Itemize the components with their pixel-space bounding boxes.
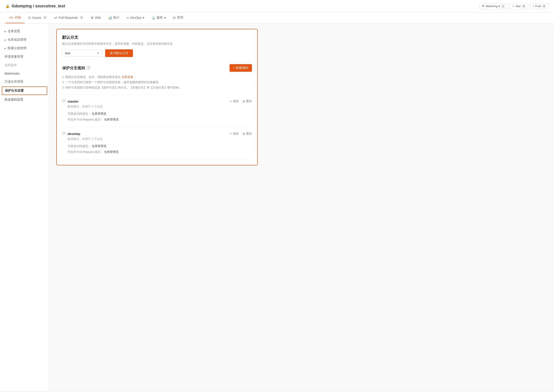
rules-note-2: 2. 一个分支同时只能有一个保护分支规则生效，越早创建的规则优先级越高。 xyxy=(62,80,252,85)
services-icon: ⚓ xyxy=(151,16,155,20)
layout: ▶ 仓库设置 ▶ 仓库成员管理 ▶ 部署公钥管理 环境变量管理 仓库挂件 Web… xyxy=(0,23,554,391)
tab-devops-label: DevOps xyxy=(130,16,142,20)
tab-pr-label: Pull Requests xyxy=(58,16,78,20)
tab-pull-requests[interactable]: ⇄ Pull Requests 0 xyxy=(51,13,87,23)
rule-master-delete-label: 删除 xyxy=(246,99,252,103)
lock-icon: 🔒 xyxy=(5,4,10,8)
chevron-right-icon: ▶ xyxy=(5,39,6,41)
rules-note-1: 1. 限制分支的推送、合并。强制推送相关请去 仓库设置 。 xyxy=(62,74,252,80)
rule-master-name: master xyxy=(68,99,79,103)
sidebar-item-repo-settings[interactable]: ▶ 仓库设置 xyxy=(0,27,49,35)
default-branch-section: 默认分支 默认分支被视作为代码库中的基本分支，是所有克隆、代码提交、合并请求的目… xyxy=(62,35,252,57)
rule-develop-name-row: 🛡 develop xyxy=(62,132,80,136)
sidebar-item-repo-members[interactable]: ▶ 仓库成员管理 xyxy=(0,35,49,44)
sidebar-item-branch-protection[interactable]: 保护分支设置 xyxy=(2,86,47,95)
rule-master-edit-button[interactable]: ✏ 编辑 xyxy=(230,99,239,103)
sidebar-item-readonly-files[interactable]: 只读文件管理 xyxy=(0,77,49,86)
chevron-down-icon: ▾ xyxy=(498,5,500,8)
nav-tabs: </> 代码 ⊡ Issues 0 ⇄ Pull Requests 0 ⊞ Wi… xyxy=(0,13,554,23)
sidebar-item-webhooks[interactable]: WebHooks xyxy=(0,70,49,77)
pr-badge: 0 xyxy=(79,16,84,20)
set-default-branch-button[interactable]: 设为默认分支 xyxy=(105,49,133,57)
header-left: 🔒 Gdumping / sourcetree_test xyxy=(5,4,65,8)
tab-issues[interactable]: ⊡ Issues 0 xyxy=(25,13,51,23)
watching-button[interactable]: 👁 Watching ▾ 1 xyxy=(479,3,507,9)
rule-master-mode: 标准模式，作用于 1 个分支 xyxy=(68,105,252,109)
trash-icon: 🗑 xyxy=(242,100,245,103)
chevron-down-icon: ▾ xyxy=(143,16,144,20)
tab-manage-label: 管理 xyxy=(177,16,183,20)
star-button[interactable]: ☆ Star 0 xyxy=(510,3,528,9)
tab-services-label: 服务 xyxy=(157,16,163,20)
fork-icon: ⑂ xyxy=(532,5,534,8)
tab-stats[interactable]: 📊 统计 xyxy=(104,13,123,23)
rule-master-delete-button[interactable]: 🗑 删除 xyxy=(242,99,252,103)
rule-develop-push-value: 仓库管理员 xyxy=(92,144,106,148)
tab-wiki[interactable]: ⊞ Wiki xyxy=(87,13,104,23)
repo-settings-link[interactable]: 仓库设置 xyxy=(122,75,133,79)
rule-develop-delete-label: 删除 xyxy=(246,132,252,136)
watching-label: Watching xyxy=(486,5,498,8)
rule-develop-header: 🛡 develop ✏ 编辑 🗑 删除 xyxy=(62,132,252,136)
new-rule-button[interactable]: + 新建规则 xyxy=(230,64,252,72)
devops-icon: ∞ xyxy=(127,16,129,20)
rule-develop-details: 可推送代码成员： 仓库管理员 可合并 Pull Request 成员： 仓库管理… xyxy=(68,143,252,155)
protection-rules-section: 保护分支规则 ? + 新建规则 1. 限制分支的推送、合并。强制推送相关请去 仓… xyxy=(62,64,252,160)
rule-develop-edit-label: 编辑 xyxy=(233,132,239,136)
protection-rules-header: 保护分支规则 ? + 新建规则 xyxy=(62,64,252,72)
issues-badge: 0 xyxy=(43,16,47,20)
rule-develop-name: develop xyxy=(68,132,80,136)
repo-title: Gdumping / sourcetree_test xyxy=(12,4,65,8)
main-content: 默认分支 默认分支被视作为代码库中的基本分支，是所有克隆、代码提交、合并请求的目… xyxy=(49,23,554,391)
tab-manage[interactable]: ⊟ 管理 xyxy=(169,13,187,23)
sidebar-label-env-vars: 环境变量管理 xyxy=(5,55,23,59)
sidebar-item-deploy-keys[interactable]: ▶ 部署公钥管理 xyxy=(0,44,49,53)
trash-icon: 🗑 xyxy=(242,132,245,135)
shield-icon: 🛡 xyxy=(62,132,66,136)
tab-issues-label: Issues xyxy=(32,16,41,20)
rules-note-3: 3. 保护分支规则只影响状态是【保护分支】的分支。【常规分支】和【只读分支】都不… xyxy=(62,85,252,90)
tab-code-label: 代码 xyxy=(15,16,21,20)
rule-master-push-label: 可推送代码成员： xyxy=(68,112,91,115)
branch-select-dropdown[interactable]: test ▼ xyxy=(62,50,102,56)
rule-master-actions: ✏ 编辑 🗑 删除 xyxy=(230,99,252,103)
sidebar-item-env-vars[interactable]: 环境变量管理 xyxy=(0,53,49,61)
stats-icon: 📊 xyxy=(108,16,112,20)
rule-develop-merge-label: 可合并 Pull Request 成员： xyxy=(68,150,103,154)
edit-icon: ✏ xyxy=(230,132,232,135)
tab-devops[interactable]: ∞ DevOps ▾ xyxy=(123,13,148,23)
default-branch-title: 默认分支 xyxy=(62,35,252,40)
rule-master-merge-value: 仓库管理员 xyxy=(104,118,119,121)
star-label: Star xyxy=(516,5,521,8)
branch-select-value: test xyxy=(65,51,70,55)
rule-develop-delete-button[interactable]: 🗑 删除 xyxy=(242,132,252,136)
rule-master-merge-label: 可合并 Pull Request 成员： xyxy=(68,118,103,121)
star-count: 0 xyxy=(522,5,526,8)
chevron-down-icon: ▾ xyxy=(164,16,166,20)
sidebar-label-readonly-files: 只读文件管理 xyxy=(5,80,23,84)
star-icon: ☆ xyxy=(512,5,515,8)
sidebar-item-repo-hooks[interactable]: 仓库挂件 xyxy=(0,61,49,70)
sidebar-label-deploy-keys: 部署公钥管理 xyxy=(7,46,26,50)
fork-button[interactable]: ⑂ Fork 0 xyxy=(530,3,549,9)
rule-item-develop: 🛡 develop ✏ 编辑 🗑 删除 xyxy=(62,127,252,160)
rule-master-merge-row: 可合并 Pull Request 成员： 仓库管理员 xyxy=(68,117,252,122)
fork-count: 0 xyxy=(542,5,546,8)
content-card: 默认分支 默认分支被视作为代码库中的基本分支，是所有克隆、代码提交、合并请求的目… xyxy=(56,29,258,165)
wiki-icon: ⊞ xyxy=(91,16,94,20)
rule-develop-merge-value: 仓库管理员 xyxy=(104,150,119,154)
tab-stats-label: 统计 xyxy=(113,16,120,20)
tab-services[interactable]: ⚓ 服务 ▾ xyxy=(148,13,169,23)
sidebar-item-push-rules[interactable]: 推送规则设置 xyxy=(0,95,49,104)
branch-select-arrow-icon: ▼ xyxy=(97,52,100,55)
rule-master-edit-label: 编辑 xyxy=(233,99,239,103)
tab-code[interactable]: </> 代码 xyxy=(5,13,25,23)
rule-develop-edit-button[interactable]: ✏ 编辑 xyxy=(230,132,239,136)
help-icon[interactable]: ? xyxy=(86,66,90,70)
rule-develop-push-label: 可推送代码成员： xyxy=(68,144,91,148)
fork-label: Fork xyxy=(535,5,541,8)
rule-master-details: 可推送代码成员： 仓库管理员 可合并 Pull Request 成员： 仓库管理… xyxy=(68,111,252,122)
rule-master-push-row: 可推送代码成员： 仓库管理员 xyxy=(68,111,252,117)
chevron-right-icon: ▶ xyxy=(5,47,6,50)
manage-icon: ⊟ xyxy=(173,16,176,20)
